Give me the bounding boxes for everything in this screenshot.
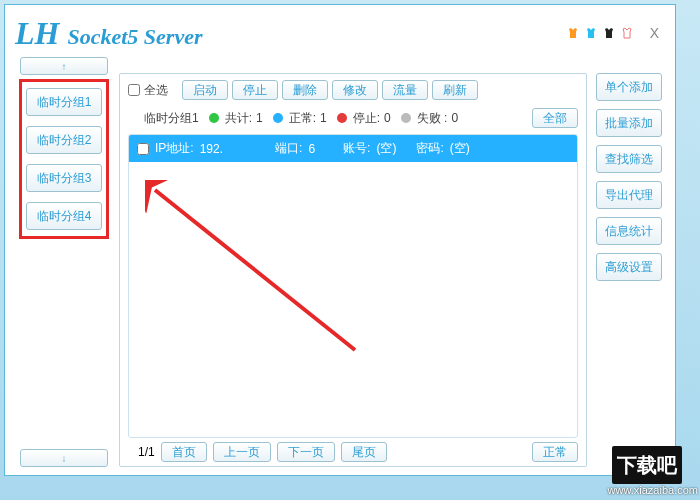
refresh-button[interactable]: 刷新 (432, 80, 478, 100)
status-filter-button[interactable]: 正常 (532, 442, 578, 462)
download-badge: 下载吧 (612, 446, 682, 484)
theme-icons[interactable] (566, 26, 634, 40)
proxy-row[interactable]: IP地址:192. 端口:6 账号:(空) 密码:(空) (129, 135, 577, 162)
status-bar: 临时分组1 共计:1 正常:1 停止:0 失败 :0 全部 (144, 108, 578, 128)
dot-normal-icon (273, 113, 283, 123)
advanced-settings-button[interactable]: 高级设置 (596, 253, 662, 281)
page-indicator: 1/1 (138, 445, 155, 459)
edit-button[interactable]: 修改 (332, 80, 378, 100)
group-list: 临时分组1 临时分组2 临时分组3 临时分组4 (19, 79, 109, 239)
scroll-up-button[interactable]: ↑ (20, 57, 108, 75)
close-icon[interactable]: X (644, 25, 665, 41)
proxy-list: IP地址:192. 端口:6 账号:(空) 密码:(空) (128, 134, 578, 438)
traffic-button[interactable]: 流量 (382, 80, 428, 100)
delete-button[interactable]: 删除 (282, 80, 328, 100)
last-page-button[interactable]: 尾页 (341, 442, 387, 462)
all-button[interactable]: 全部 (532, 108, 578, 128)
group-item-4[interactable]: 临时分组4 (26, 202, 102, 230)
start-button[interactable]: 启动 (182, 80, 228, 100)
single-add-button[interactable]: 单个添加 (596, 73, 662, 101)
batch-add-button[interactable]: 批量添加 (596, 109, 662, 137)
select-all-checkbox[interactable]: 全选 (128, 82, 168, 99)
stop-button[interactable]: 停止 (232, 80, 278, 100)
group-item-1[interactable]: 临时分组1 (26, 88, 102, 116)
info-stats-button[interactable]: 信息统计 (596, 217, 662, 245)
search-filter-button[interactable]: 查找筛选 (596, 145, 662, 173)
dot-stopped-icon (337, 113, 347, 123)
row-checkbox[interactable] (137, 143, 149, 155)
group-item-3[interactable]: 临时分组3 (26, 164, 102, 192)
dot-total-icon (209, 113, 219, 123)
export-proxy-button[interactable]: 导出代理 (596, 181, 662, 209)
app-title: LHSocket5 Server (15, 15, 202, 52)
dot-failed-icon (401, 113, 411, 123)
watermark: www.xiazaiba.com (608, 484, 698, 496)
prev-page-button[interactable]: 上一页 (213, 442, 271, 462)
next-page-button[interactable]: 下一页 (277, 442, 335, 462)
group-item-2[interactable]: 临时分组2 (26, 126, 102, 154)
scroll-down-button[interactable]: ↓ (20, 449, 108, 467)
first-page-button[interactable]: 首页 (161, 442, 207, 462)
